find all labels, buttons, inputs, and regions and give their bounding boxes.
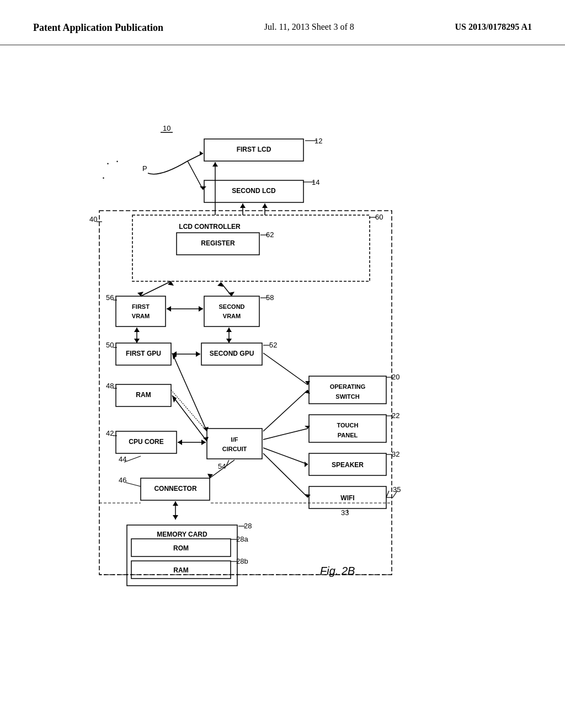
- svg-line-23: [141, 281, 171, 296]
- svg-marker-30: [199, 306, 203, 312]
- cpu-core-label: CPU CORE: [129, 438, 163, 446]
- op-switch-label2: SWITCH: [335, 393, 359, 400]
- patent-number-label: US 2013/0178295 A1: [455, 22, 532, 32]
- svg-marker-6: [200, 186, 206, 190]
- second-lcd-label: SECOND LCD: [232, 187, 276, 195]
- ref-60: 60: [375, 213, 383, 221]
- second-vram-label2: VRAM: [223, 313, 241, 319]
- first-vram-label: FIRST: [132, 303, 150, 310]
- ram-label: RAM: [136, 391, 151, 399]
- first-lcd-label: FIRST LCD: [237, 146, 271, 153]
- ref-28b: 28b: [236, 557, 248, 565]
- svg-line-83: [263, 448, 308, 464]
- ref-32: 32: [392, 450, 399, 458]
- svg-marker-67: [173, 501, 178, 506]
- lcd-controller-label: LCD CONTROLLER: [179, 223, 241, 231]
- ref-10: 10: [163, 124, 170, 132]
- ref-40: 40: [89, 215, 97, 223]
- op-switch-label: OPERATING: [330, 383, 366, 390]
- svg-marker-84: [305, 462, 308, 467]
- svg-marker-36: [226, 339, 232, 343]
- ref-P: P: [142, 164, 147, 173]
- svg-line-54: [172, 395, 207, 441]
- figure-label: Fig. 2B: [320, 565, 355, 577]
- rom-label: ROM: [173, 544, 189, 552]
- svg-marker-14: [212, 162, 218, 167]
- svg-marker-58: [201, 440, 206, 445]
- svg-line-53: [124, 456, 141, 462]
- svg-marker-31: [167, 306, 171, 312]
- diagram-area: 10 FIRST LCD 12 SECOND LCD 14 P 40 60: [0, 45, 565, 718]
- second-vram-label: SECOND: [218, 303, 244, 310]
- svg-marker-24: [168, 281, 174, 286]
- ref-28a: 28a: [236, 535, 248, 543]
- circuit-label: CIRCUIT: [222, 446, 247, 452]
- svg-line-52: [126, 483, 141, 486]
- connector-label: CONNECTOR: [154, 485, 196, 493]
- svg-marker-28: [228, 292, 234, 296]
- register-label: REGISTER: [201, 239, 235, 247]
- date-sheet-label: Jul. 11, 2013 Sheet 3 of 8: [264, 22, 354, 32]
- ref-56: 56: [106, 293, 114, 302]
- ref-52: 52: [269, 341, 277, 349]
- memory-card-label: MEMORY CARD: [157, 531, 207, 538]
- svg-marker-5: [200, 151, 203, 156]
- ref-50: 50: [106, 341, 114, 349]
- svg-marker-86: [305, 494, 311, 497]
- svg-rect-49: [207, 429, 262, 459]
- ram2-label: RAM: [173, 566, 188, 574]
- svg-rect-21: [204, 296, 259, 326]
- svg-marker-16: [240, 204, 246, 208]
- marker1: ·: [106, 158, 109, 170]
- publication-label: Patent Application Publication: [33, 22, 163, 34]
- speaker-label: SPEAKER: [332, 461, 364, 469]
- first-vram-label2: VRAM: [132, 313, 150, 319]
- svg-marker-33: [134, 339, 140, 343]
- svg-line-81: [263, 429, 308, 440]
- svg-marker-43: [196, 351, 200, 357]
- svg-line-79: [263, 390, 308, 431]
- svg-marker-56: [172, 395, 177, 403]
- marker2: ·: [116, 156, 119, 168]
- svg-marker-34: [134, 328, 140, 332]
- svg-rect-9: [132, 215, 370, 281]
- svg-line-85: [263, 453, 308, 497]
- svg-marker-59: [178, 440, 182, 445]
- svg-marker-61: [203, 427, 209, 431]
- ref-28: 28: [244, 522, 252, 530]
- touch-panel-label2: PANEL: [338, 432, 358, 438]
- ref-35: 35: [393, 485, 401, 494]
- svg-line-89: [171, 390, 207, 431]
- first-gpu-label: FIRST GPU: [126, 350, 161, 357]
- page-header: Patent Application Publication Jul. 11, …: [0, 0, 565, 45]
- ref-22: 22: [392, 411, 399, 420]
- second-gpu-label: SECOND GPU: [210, 350, 254, 357]
- ref-46: 46: [119, 476, 126, 484]
- svg-marker-18: [262, 204, 268, 208]
- svg-marker-66: [173, 515, 178, 520]
- svg-line-87: [263, 353, 308, 385]
- touch-panel-label: TOUCH: [337, 422, 359, 429]
- svg-rect-19: [116, 296, 166, 326]
- ref-48: 48: [106, 382, 114, 390]
- if-label: I/F: [231, 436, 238, 443]
- wifi-label: WIFI: [340, 494, 354, 502]
- marker3: ·: [102, 172, 105, 184]
- ref-20: 20: [392, 373, 399, 381]
- ref-42: 42: [106, 429, 114, 437]
- svg-marker-37: [226, 328, 232, 332]
